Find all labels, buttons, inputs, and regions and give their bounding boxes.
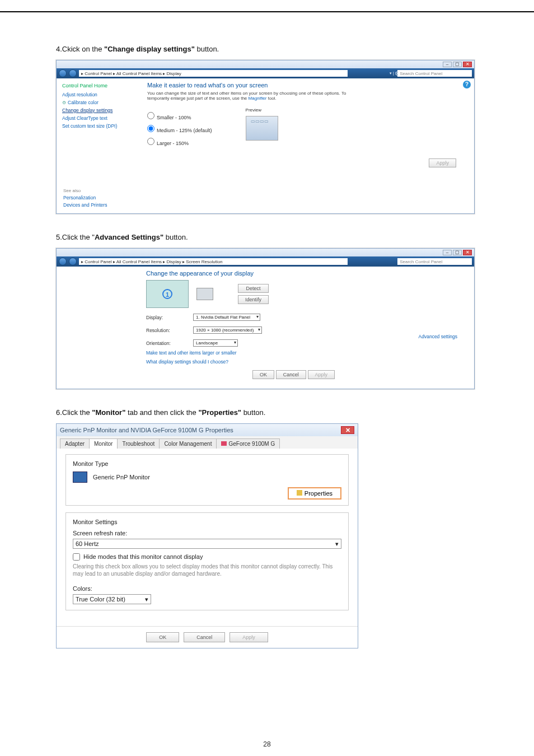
screen-resolution-window: – ▢ ✕ ▸ Control Panel ▸ All Control Pane… [56,248,475,389]
advanced-settings-link[interactable]: Advanced settings [419,334,457,339]
sidebar: Control Panel Home Adjust resolution Cal… [57,78,140,213]
back-icon[interactable] [59,69,67,77]
monitor-1-icon[interactable]: 1 [146,280,189,308]
tab-color-management[interactable]: Color Management [159,438,217,449]
display-window: – ▢ ✕ ▸ Control Panel ▸ All Control Pane… [56,60,475,214]
main-description: You can change the size of text and othe… [147,91,349,101]
back-icon[interactable] [59,258,67,265]
breadcrumb[interactable]: ▸ Control Panel ▸ All Control Panel Item… [79,70,348,77]
tab-adapter[interactable]: Adapter [60,438,90,449]
forward-icon[interactable] [69,258,77,265]
tab-bar: Adapter Monitor Troubleshoot Color Manag… [57,436,358,449]
close-icon[interactable]: ✕ [463,250,472,255]
ok-button[interactable]: OK [252,370,274,379]
breadcrumb[interactable]: ▸ Control Panel ▸ All Control Panel Item… [79,258,348,265]
step5-text: 5.Click the "Advanced Settings" button. [56,233,478,241]
magnifier-link[interactable]: Magnifier [249,96,267,101]
hide-modes-note: Clearing this check box allows you to se… [73,563,341,577]
make-larger-link[interactable]: Make text and other items larger or smal… [146,350,474,356]
monitor-settings-group: Monitor Settings Screen refresh rate: 60… [65,512,349,610]
tab-monitor[interactable]: Monitor [89,438,118,449]
monitor-properties-dialog: Generic PnP Monitor and NVIDIA GeForce 9… [56,423,358,648]
radio-medium[interactable]: Medium - 125% (default) [147,125,212,133]
refresh-dropdown[interactable]: 60 Hertz [73,539,341,549]
identify-button[interactable]: Identify [238,295,269,304]
refresh-label: Screen refresh rate: [73,530,341,536]
hide-modes-label: Hide modes that this monitor cannot disp… [83,553,203,560]
sidebar-item-change-display[interactable]: Change display settings [62,108,135,113]
main-content: Make it easier to read what's on your sc… [140,78,474,213]
shield-icon [297,490,302,496]
hide-modes-checkbox[interactable] [73,553,80,561]
sidebar-home[interactable]: Control Panel Home [62,83,135,88]
size-radios: Smaller - 100% Medium - 125% (default) L… [147,108,212,151]
apply-button[interactable]: Apply [429,158,456,167]
tab-troubleshoot[interactable]: Troubleshoot [117,438,160,449]
cancel-button[interactable]: Cancel [184,632,225,642]
search-input[interactable]: Search Control Panel [397,258,472,265]
window-chrome: – ▢ ✕ [57,60,474,68]
step6-text: 6.Click the "Monitor" tab and then click… [56,408,478,417]
orientation-label: Orientation: [146,340,180,346]
search-input[interactable]: ▾ | ⨂ Search Control Panel [397,70,472,77]
address-bar: ▸ Control Panel ▸ All Control Panel Item… [57,256,474,267]
see-also-personalization[interactable]: Personalization [63,195,107,200]
sidebar-item-calibrate[interactable]: Calibrate color [62,100,135,105]
forward-icon[interactable] [69,69,77,77]
see-also-devices[interactable]: Devices and Printers [63,202,107,208]
address-bar: ▸ Control Panel ▸ All Control Panel Item… [57,68,474,78]
orientation-dropdown[interactable]: Landscape [193,339,238,347]
monitor-2-icon[interactable] [196,288,213,300]
resolution-dropdown[interactable]: 1920 × 1080 (recommended) [193,326,262,334]
display-label: Display: [146,315,180,320]
properties-button[interactable]: Properties [288,487,341,500]
resolution-label: Resolution: [146,328,180,333]
monitor-name: Generic PnP Monitor [93,474,150,480]
help-icon[interactable]: ? [463,81,471,88]
close-icon[interactable]: ✕ [463,62,472,67]
cancel-button[interactable]: Cancel [276,370,306,379]
minimize-icon[interactable]: – [443,62,452,67]
ok-button[interactable]: OK [146,632,179,642]
preview-area: Preview [246,108,278,151]
step4-text: 4.Ckick on the "Change display settings"… [56,45,478,53]
radio-smaller[interactable]: Smaller - 100% [147,112,212,120]
what-settings-link[interactable]: What display settings should I choose? [146,359,474,365]
sidebar-item-resolution[interactable]: Adjust resolution [62,92,135,97]
sidebar-item-dpi[interactable]: Set custom text size (DPI) [62,123,135,129]
colors-label: Colors: [73,585,341,592]
maximize-icon[interactable]: ▢ [453,250,462,255]
heading: Change the appearance of your display [146,270,474,277]
monitor-1-badge: 1 [162,289,172,299]
sidebar-item-cleartype[interactable]: Adjust ClearType text [62,115,135,121]
nvidia-icon [221,441,227,446]
dialog-footer: OK Cancel Apply [57,626,358,648]
monitor-type-group: Monitor Type Generic PnP Monitor Propert… [65,454,349,506]
maximize-icon[interactable]: ▢ [453,62,462,67]
display-dropdown[interactable]: 1. Nvidia Default Flat Panel [193,314,260,321]
monitor-preview-icon [246,116,278,141]
monitor-icon [73,472,87,483]
window-chrome: – ▢ ✕ [57,249,474,256]
colors-dropdown[interactable]: True Color (32 bit) [73,594,151,604]
apply-button[interactable]: Apply [308,370,335,379]
radio-larger[interactable]: Larger - 150% [147,138,212,146]
main-heading: Make it easier to read what's on your sc… [147,82,467,88]
detect-button[interactable]: Detect [238,284,269,293]
apply-button[interactable]: Apply [229,632,268,642]
dialog-title: Generic PnP Monitor and NVIDIA GeForce 9… [57,424,358,436]
minimize-icon[interactable]: – [443,250,452,255]
see-also: See also Personalization Devices and Pri… [63,188,107,208]
page-number: 28 [0,740,534,748]
tab-geforce[interactable]: GeForce 9100M G [216,438,280,449]
close-icon[interactable]: ✕ [341,426,354,434]
